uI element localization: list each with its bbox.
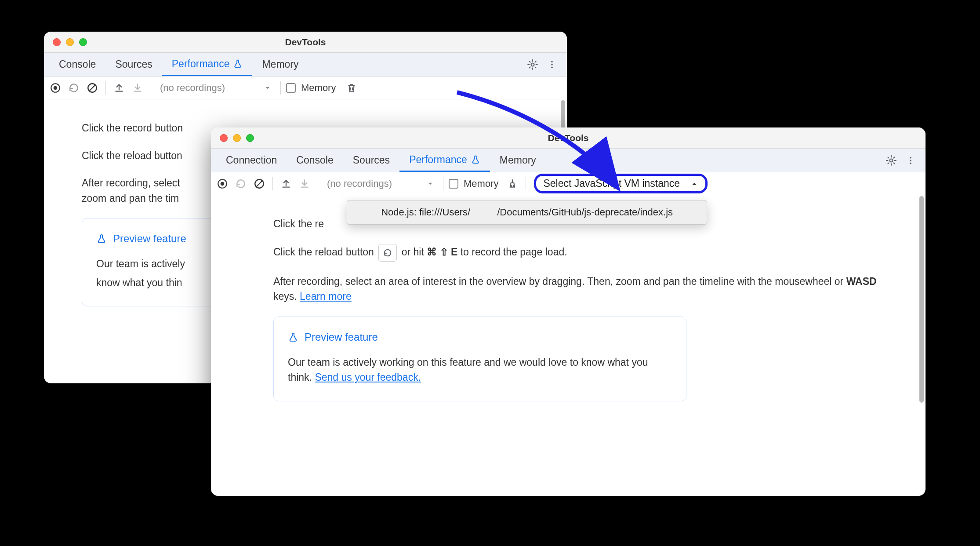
clear-button[interactable]	[84, 80, 100, 96]
more-vert-icon	[547, 60, 557, 69]
record-button[interactable]	[214, 176, 230, 192]
scrollbar-thumb[interactable]	[919, 196, 924, 403]
performance-toolbar: (no recordings) Memory	[44, 76, 567, 99]
reload-icon	[383, 248, 392, 258]
upload-button[interactable]	[278, 176, 294, 192]
reload-button[interactable]	[233, 176, 249, 192]
tab-sources[interactable]: Sources	[343, 149, 399, 172]
separator	[526, 177, 526, 190]
download-button[interactable]	[130, 80, 145, 96]
upload-button[interactable]	[111, 80, 127, 96]
vm-instance-select[interactable]: Select JavaScript VM instance Node.js: f…	[534, 174, 708, 193]
after-recording-text: After recording, select an area of inter…	[273, 276, 846, 287]
close-button[interactable]	[220, 134, 228, 142]
more-button[interactable]	[544, 57, 560, 73]
team-line1: Our team is actively	[96, 258, 185, 269]
tab-label: Memory	[500, 154, 536, 166]
wasd-keys: WASD	[846, 276, 877, 287]
preview-feature-box: Preview feature Our team is actively wor…	[273, 317, 686, 401]
separator	[443, 177, 443, 190]
preview-feature-label: Preview feature	[305, 329, 378, 345]
vm-dropdown-menu: Node.js: file:///Users/ /Documents/GitHu…	[347, 200, 707, 225]
gear-icon	[886, 155, 897, 166]
record-icon	[50, 82, 61, 94]
tab-label: Performance	[409, 154, 467, 166]
more-button[interactable]	[903, 153, 918, 168]
flask-icon	[471, 155, 480, 164]
titlebar: DevTools	[44, 32, 567, 53]
maximize-button[interactable]	[246, 134, 254, 142]
inline-reload-button[interactable]	[378, 244, 397, 262]
after-recording-line1: After recording, select	[82, 177, 180, 189]
upload-icon	[280, 178, 292, 189]
maximize-button[interactable]	[79, 38, 87, 46]
tab-memory[interactable]: Memory	[490, 149, 546, 172]
minimize-button[interactable]	[233, 134, 241, 142]
memory-checkbox-label: Memory	[464, 178, 498, 189]
record-button[interactable]	[47, 80, 63, 96]
reload-icon	[235, 178, 247, 189]
trash-icon	[346, 82, 357, 94]
more-vert-icon	[906, 156, 915, 165]
feedback-link[interactable]: Send us your feedback.	[315, 371, 421, 383]
recordings-placeholder: (no recordings)	[160, 82, 225, 94]
learn-more-link[interactable]: Learn more	[300, 291, 352, 302]
download-button[interactable]	[297, 176, 312, 192]
separator	[318, 177, 318, 190]
clear-button[interactable]	[251, 176, 267, 192]
download-icon	[132, 82, 143, 94]
reload-button[interactable]	[66, 80, 82, 96]
settings-button[interactable]	[525, 57, 541, 73]
window-title: DevTools	[44, 37, 567, 47]
tab-label: Memory	[262, 58, 298, 70]
reload-hint-orhit: or hit	[402, 246, 424, 258]
after-recording-line2: zoom and pan the tim	[82, 193, 179, 204]
tab-performance[interactable]: Performance	[162, 53, 253, 76]
separator	[280, 81, 281, 95]
tabs: Connection Console Sources Performance M…	[211, 149, 926, 172]
caret-down-icon	[264, 84, 272, 92]
devtools-window-front: DevTools Connection Console Sources Perf…	[211, 127, 926, 496]
upload-icon	[113, 82, 125, 94]
tab-label: Connection	[226, 154, 277, 166]
team-line2: know what you thin	[96, 277, 182, 288]
tab-performance[interactable]: Performance	[399, 149, 490, 172]
separator	[272, 177, 273, 190]
tab-label: Sources	[115, 58, 152, 70]
delete-button[interactable]	[344, 80, 359, 96]
scrollbar[interactable]	[918, 196, 925, 495]
tab-label: Performance	[172, 58, 230, 70]
flask-icon	[288, 332, 298, 342]
preview-feature-box: Preview feature Our team is actively kno…	[82, 218, 231, 306]
tab-memory[interactable]: Memory	[252, 53, 308, 76]
window-controls	[53, 38, 87, 46]
memory-checkbox[interactable]	[286, 83, 296, 93]
vm-dropdown-item[interactable]: Node.js: file:///Users/ /Documents/GitHu…	[347, 200, 707, 224]
recordings-select[interactable]: (no recordings)	[323, 178, 438, 189]
tab-sources[interactable]: Sources	[105, 53, 162, 76]
minimize-button[interactable]	[66, 38, 74, 46]
reload-shortcut: ⌘ ⇧ E	[427, 246, 457, 258]
close-button[interactable]	[53, 38, 61, 46]
preview-feature-label: Preview feature	[113, 231, 186, 247]
memory-checkbox[interactable]	[449, 179, 458, 189]
tabs: Console Sources Performance Memory	[44, 53, 567, 76]
tab-console[interactable]: Console	[287, 149, 343, 172]
settings-button[interactable]	[883, 153, 899, 168]
window-controls	[220, 134, 254, 142]
tab-console[interactable]: Console	[49, 53, 105, 76]
record-hint-prefix: Click the record button	[82, 122, 183, 134]
performance-toolbar: (no recordings) Memory Select JavaScript…	[211, 172, 926, 195]
download-icon	[299, 178, 310, 189]
recordings-select[interactable]: (no recordings)	[156, 82, 275, 94]
flask-icon	[96, 233, 107, 244]
clear-icon	[254, 178, 265, 189]
flask-icon	[233, 59, 243, 69]
tab-label: Console	[296, 154, 333, 166]
collect-garbage-button[interactable]	[505, 176, 520, 192]
tab-connection[interactable]: Connection	[216, 149, 287, 172]
record-hint-prefix: Click the re	[273, 218, 324, 229]
tab-label: Sources	[353, 154, 390, 166]
reload-hint-tail: to record the page load.	[461, 246, 567, 258]
window-title: DevTools	[211, 133, 926, 143]
